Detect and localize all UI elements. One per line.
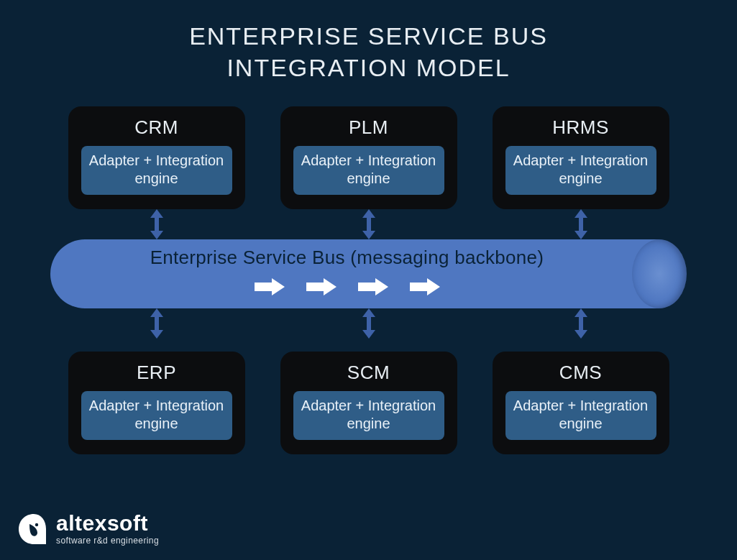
adapter-box: Adapter + Integration engine [505, 391, 656, 440]
flow-arrow-icon [255, 278, 285, 295]
svg-marker-6 [410, 278, 440, 295]
connector [280, 308, 457, 339]
system-name: PLM [293, 116, 444, 139]
double-arrow-icon [573, 308, 589, 339]
bus-flow-arrows [50, 278, 644, 295]
connector [493, 308, 669, 339]
connector [68, 209, 245, 239]
svg-marker-3 [255, 278, 285, 295]
adapter-box: Adapter + Integration engine [293, 391, 444, 440]
system-name: HRMS [505, 116, 656, 139]
svg-marker-9 [575, 308, 587, 339]
adapter-box: Adapter + Integration engine [293, 146, 444, 195]
svg-marker-2 [575, 209, 587, 239]
brand-logo: altexsoft software r&d engineering [17, 513, 159, 546]
svg-marker-4 [306, 278, 337, 295]
title-line-1: ENTERPRISE SERVICE BUS [0, 20, 737, 52]
bottom-systems-row: ERP Adapter + Integration engine SCM Ada… [0, 352, 737, 454]
enterprise-service-bus: Enterprise Service Bus (messaging backbo… [50, 239, 687, 308]
double-arrow-icon [149, 209, 165, 239]
system-card-hrms: HRMS Adapter + Integration engine [493, 106, 669, 209]
title-line-2: INTEGRATION MODEL [0, 52, 737, 83]
system-name: CMS [505, 362, 656, 384]
bottom-connectors [0, 308, 737, 339]
system-card-erp: ERP Adapter + Integration engine [68, 352, 245, 454]
double-arrow-icon [361, 308, 377, 339]
system-card-scm: SCM Adapter + Integration engine [280, 352, 457, 454]
system-name: ERP [81, 362, 232, 384]
logo-mark-icon [17, 513, 50, 546]
double-arrow-icon [361, 209, 377, 239]
top-systems-row: CRM Adapter + Integration engine PLM Ada… [0, 106, 737, 209]
adapter-box: Adapter + Integration engine [81, 391, 232, 440]
bus-container: Enterprise Service Bus (messaging backbo… [0, 239, 737, 308]
connector [68, 308, 245, 339]
connector [280, 209, 457, 239]
adapter-box: Adapter + Integration engine [505, 146, 656, 195]
system-name: SCM [293, 362, 444, 384]
adapter-box: Adapter + Integration engine [81, 146, 232, 195]
bus-label: Enterprise Service Bus (messaging backbo… [50, 247, 644, 269]
svg-marker-1 [362, 209, 375, 239]
top-connectors [0, 209, 737, 239]
flow-arrow-icon [358, 278, 388, 295]
system-card-plm: PLM Adapter + Integration engine [280, 106, 457, 209]
diagram-title: ENTERPRISE SERVICE BUS INTEGRATION MODEL [0, 0, 737, 83]
svg-marker-0 [150, 209, 163, 239]
double-arrow-icon [573, 209, 589, 239]
svg-marker-7 [150, 308, 163, 339]
system-name: CRM [81, 116, 232, 139]
system-card-cms: CMS Adapter + Integration engine [493, 352, 669, 454]
svg-point-10 [35, 523, 38, 526]
svg-marker-5 [358, 278, 388, 295]
svg-marker-8 [362, 308, 375, 339]
system-card-crm: CRM Adapter + Integration engine [68, 106, 245, 209]
logo-tagline: software r&d engineering [56, 536, 159, 546]
logo-text: altexsoft software r&d engineering [56, 513, 159, 546]
connector [493, 209, 669, 239]
flow-arrow-icon [306, 278, 337, 295]
flow-arrow-icon [410, 278, 440, 295]
logo-brand: altexsoft [56, 513, 159, 534]
double-arrow-icon [149, 308, 165, 339]
